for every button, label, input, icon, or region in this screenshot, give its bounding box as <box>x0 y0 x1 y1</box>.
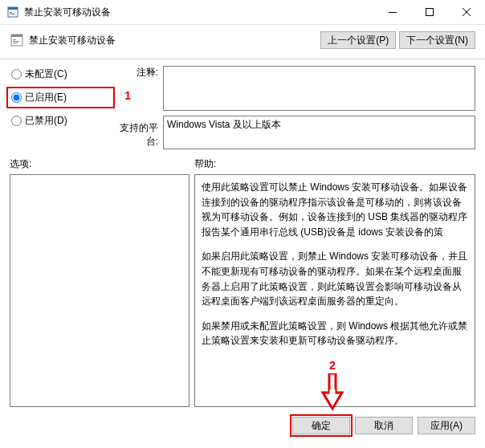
svg-rect-10 <box>13 39 16 40</box>
radio-column: 未配置(C) 已启用(E) 1 已禁用(D) <box>10 66 110 149</box>
minimize-button[interactable] <box>374 0 411 24</box>
platform-box <box>163 116 475 149</box>
svg-rect-4 <box>389 12 397 13</box>
radio-not-configured-input[interactable] <box>11 69 22 79</box>
window-title: 禁止安装可移动设备 <box>24 6 374 19</box>
radio-disabled[interactable]: 已禁用(D) <box>10 112 110 129</box>
comment-input[interactable] <box>163 66 475 111</box>
svg-rect-11 <box>13 41 19 42</box>
svg-rect-1 <box>8 7 18 10</box>
svg-rect-3 <box>10 14 14 14</box>
mid-labels: 选项: 帮助: <box>0 157 485 174</box>
previous-setting-button[interactable]: 上一个设置(P) <box>320 31 396 49</box>
options-box[interactable] <box>10 174 190 407</box>
help-box[interactable]: 使用此策略设置可以禁止 Windows 安装可移动设备。如果设备连接到的设备的驱… <box>194 174 475 407</box>
help-paragraph: 如果禁用或未配置此策略设置，则 Windows 根据其他允许或禁止策略设置来安装… <box>202 319 468 348</box>
radio-enabled-label: 已启用(E) <box>25 91 67 104</box>
options-label: 选项: <box>10 157 194 171</box>
header-row: 禁止安装可移动设备 上一个设置(P) 下一个设置(N) <box>0 25 485 59</box>
radio-not-configured-label: 未配置(C) <box>25 67 67 81</box>
ok-button[interactable]: 确定 <box>292 417 350 434</box>
titlebar: 禁止安装可移动设备 <box>0 0 485 25</box>
radio-disabled-label: 已禁用(D) <box>25 114 67 128</box>
setting-name: 禁止安装可移动设备 <box>29 34 317 47</box>
setting-icon <box>10 33 24 47</box>
ok-button-label: 确定 <box>312 420 331 431</box>
field-label-column: 注释: 支持的平台: <box>110 66 163 149</box>
help-paragraph: 如果启用此策略设置，则禁止 Windows 安装可移动设备，并且不能更新现有可移… <box>202 249 468 308</box>
help-paragraph: 使用此策略设置可以禁止 Windows 安装可移动设备。如果设备连接到的设备的驱… <box>202 180 468 239</box>
cancel-button[interactable]: 取消 <box>355 417 413 434</box>
apply-button[interactable]: 应用(A) <box>418 417 475 434</box>
annotation-number-1: 1 <box>124 89 131 102</box>
radio-disabled-input[interactable] <box>11 116 22 126</box>
buttons-row: 确定 取消 应用(A) <box>0 412 485 442</box>
svg-rect-12 <box>13 43 18 43</box>
help-wrap: 使用此策略设置可以禁止 Windows 安装可移动设备。如果设备连接到的设备的驱… <box>194 174 475 407</box>
app-icon <box>6 6 19 18</box>
radio-enabled-input[interactable] <box>11 92 22 103</box>
config-area: 未配置(C) 已启用(E) 1 已禁用(D) 注释: 支持的平台: <box>0 59 485 157</box>
svg-rect-9 <box>11 35 22 37</box>
help-label: 帮助: <box>194 157 475 171</box>
svg-rect-5 <box>426 9 434 16</box>
next-setting-button[interactable]: 下一个设置(N) <box>399 31 475 49</box>
field-column <box>163 66 475 149</box>
radio-enabled[interactable]: 已启用(E) 1 <box>10 89 110 106</box>
radio-not-configured[interactable]: 未配置(C) <box>10 66 110 83</box>
close-button[interactable] <box>448 0 485 24</box>
maximize-button[interactable] <box>411 0 448 24</box>
panels: 使用此策略设置可以禁止 Windows 安装可移动设备。如果设备连接到的设备的驱… <box>0 174 485 412</box>
svg-rect-2 <box>10 12 12 13</box>
platform-label: 支持的平台: <box>110 121 158 149</box>
comment-label: 注释: <box>110 66 158 79</box>
